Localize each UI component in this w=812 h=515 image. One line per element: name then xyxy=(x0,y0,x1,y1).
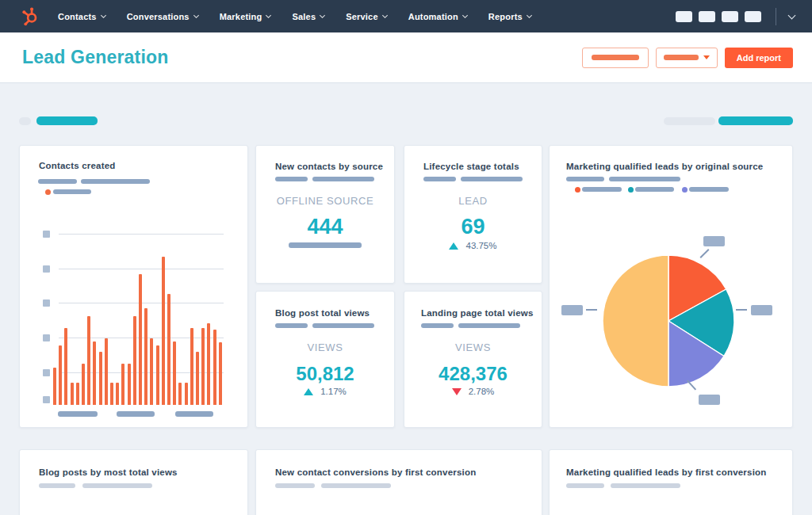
nav-icon-placeholder[interactable] xyxy=(676,11,692,22)
redacted-slice-label xyxy=(703,236,725,246)
header-actions: Add report xyxy=(582,48,793,68)
nav-icon-placeholder[interactable] xyxy=(745,11,761,22)
card-new-contact-conversions: New contact conversions by first convers… xyxy=(255,449,542,515)
card-contacts-created: Contacts created xyxy=(19,145,248,428)
card-blog-posts-by-most-total-views: Blog posts by most total views xyxy=(19,449,248,515)
nav-item-service[interactable]: Service xyxy=(346,12,387,21)
redacted-ytick xyxy=(43,265,50,273)
bar xyxy=(71,383,74,405)
metric-label: OFFLINE SOURCE xyxy=(256,195,394,207)
top-navbar: Contacts Conversations Marketing Sales S… xyxy=(0,0,812,32)
chevron-down-icon xyxy=(193,12,199,17)
redacted-dropdown-button[interactable] xyxy=(656,48,718,68)
filter-label-placeholder xyxy=(19,117,31,125)
card-mql-by-first-conversion: Marketing qualified leads by first conve… xyxy=(549,449,793,515)
add-report-button[interactable]: Add report xyxy=(725,48,793,68)
bar xyxy=(133,316,136,405)
caret-down-icon xyxy=(703,55,710,59)
bar xyxy=(110,383,113,405)
bar xyxy=(190,328,193,405)
card-title: New contact conversions by first convers… xyxy=(275,467,476,477)
redacted-button-label xyxy=(664,55,699,60)
bar xyxy=(128,364,131,405)
redacted-subtitle-bar xyxy=(275,323,308,328)
bar xyxy=(178,383,182,405)
bar xyxy=(219,342,222,405)
nav-item-reports[interactable]: Reports xyxy=(488,12,531,21)
redacted-subtitle-bar xyxy=(423,177,456,181)
redacted-ytick xyxy=(43,396,50,403)
account-chevron-down-icon[interactable] xyxy=(788,11,796,19)
card-title: Marketing qualified leads by first conve… xyxy=(566,467,766,477)
delta-up-icon xyxy=(304,388,313,395)
delta-row: 2.78% xyxy=(404,387,542,396)
nav-item-sales[interactable]: Sales xyxy=(292,12,324,21)
bar xyxy=(213,330,216,405)
chevron-down-icon xyxy=(527,12,532,17)
metric-value: 50,812 xyxy=(256,363,394,385)
delta-row: 43.75% xyxy=(404,241,542,250)
filter-link-placeholder[interactable] xyxy=(718,116,793,125)
redacted-xtick xyxy=(175,411,213,417)
nav-item-label: Contacts xyxy=(58,12,97,21)
card-title: Marketing qualified leads by original so… xyxy=(566,162,763,171)
delta-up-icon xyxy=(449,242,458,250)
legend-dot xyxy=(575,187,580,193)
nav-item-label: Service xyxy=(346,12,378,21)
delta-down-icon xyxy=(452,388,462,395)
redacted-legend-bar xyxy=(582,187,622,192)
nav-icon-placeholder[interactable] xyxy=(722,11,738,22)
card-lifecycle-stage-totals: Lifecycle stage totals LEAD 69 43.75% xyxy=(404,145,542,284)
bar xyxy=(167,294,170,405)
nav-item-automation[interactable]: Automation xyxy=(408,12,467,21)
nav-item-marketing[interactable]: Marketing xyxy=(220,12,271,21)
card-blog-post-total-views: Blog post total views VIEWS 50,812 1.17% xyxy=(255,291,395,428)
redacted-subtitle-bar xyxy=(611,483,680,488)
redacted-legend-bar xyxy=(635,187,674,192)
nav-item-label: Automation xyxy=(408,12,458,21)
redacted-action-button[interactable] xyxy=(582,48,649,68)
redacted-subtitle-bar xyxy=(421,323,454,328)
chevron-down-icon xyxy=(320,12,325,17)
card-title: Lifecycle stage totals xyxy=(423,162,519,171)
pie-slice-segment-yellow xyxy=(603,255,668,387)
nav-item-label: Reports xyxy=(488,12,523,21)
bar xyxy=(82,364,85,405)
bar xyxy=(144,308,147,405)
bar xyxy=(196,352,199,405)
redacted-xtick xyxy=(58,411,98,417)
bar xyxy=(93,341,96,405)
redacted-legend-bar xyxy=(689,187,729,192)
redacted-ytick xyxy=(43,299,50,307)
redacted-delta-bar xyxy=(289,242,362,248)
bar xyxy=(207,323,210,405)
bar xyxy=(162,257,165,405)
delta-row: 1.17% xyxy=(256,387,394,396)
chevron-down-icon xyxy=(266,12,271,17)
nav-item-label: Marketing xyxy=(220,12,262,21)
redacted-slice-label xyxy=(561,305,583,315)
redacted-subtitle-bar xyxy=(566,483,604,488)
bar xyxy=(53,368,56,405)
page-title: Lead Generation xyxy=(22,47,168,68)
chevron-down-icon xyxy=(462,12,468,17)
filter-link-placeholder[interactable] xyxy=(36,116,98,125)
bar xyxy=(150,338,153,405)
bar xyxy=(64,328,67,405)
card-title: Blog posts by most total views xyxy=(39,467,178,477)
redacted-subtitle-bar xyxy=(312,323,374,328)
delta-value: 1.17% xyxy=(320,387,347,396)
redacted-subtitle-bar xyxy=(566,177,604,181)
bar xyxy=(185,383,188,405)
redacted-button-label xyxy=(592,55,639,60)
card-title: Blog post total views xyxy=(275,308,370,318)
nav-item-label: Sales xyxy=(292,12,316,21)
legend-dot xyxy=(682,187,688,193)
contacts-created-bars xyxy=(53,234,222,405)
nav-icon-placeholder[interactable] xyxy=(699,11,715,22)
callout-line xyxy=(586,309,597,311)
nav-item-contacts[interactable]: Contacts xyxy=(58,12,105,21)
nav-item-conversations[interactable]: Conversations xyxy=(127,12,198,21)
redacted-ytick xyxy=(43,369,50,376)
hubspot-logo-icon[interactable] xyxy=(21,6,40,26)
